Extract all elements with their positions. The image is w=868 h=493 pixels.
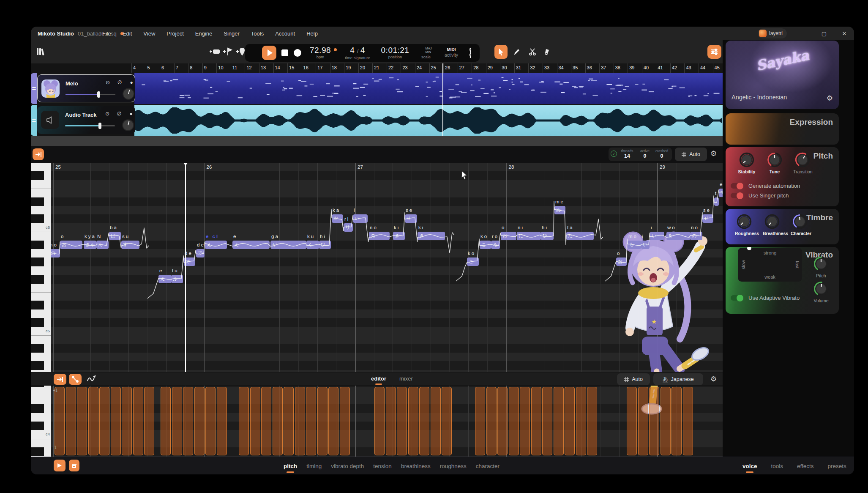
menu-view[interactable]: View: [143, 30, 155, 37]
ruler-bar-number[interactable]: 40: [644, 65, 649, 70]
param-bar[interactable]: [475, 387, 485, 455]
grid-row[interactable]: [51, 189, 723, 197]
piano-key-black[interactable]: [31, 197, 44, 206]
param-bar[interactable]: [587, 387, 597, 455]
ruler-bar-number[interactable]: 15: [289, 65, 294, 70]
param-bar[interactable]: [638, 387, 648, 455]
ruler-bar-number[interactable]: 6: [161, 65, 164, 70]
param-bar[interactable]: [239, 387, 249, 455]
ruler-bar-number[interactable]: 27: [459, 65, 464, 70]
grid-row[interactable]: [51, 223, 723, 232]
ruler-bar-number[interactable]: 13: [261, 65, 266, 70]
param-bar[interactable]: [328, 387, 338, 455]
singer-settings-gear-icon[interactable]: ⚙: [827, 94, 833, 102]
ruler-bar-number[interactable]: 7: [176, 65, 178, 70]
ruler-bar-number[interactable]: 9: [204, 65, 207, 70]
singer-card[interactable]: Sayaka Angelic - Indonesian ⚙: [726, 41, 839, 109]
tab-roughness[interactable]: roughness: [440, 463, 467, 469]
ruler-bar-number[interactable]: 31: [516, 65, 521, 70]
piano-note[interactable]: こ: [480, 241, 491, 249]
param-bar[interactable]: [122, 387, 132, 455]
ruler-bar-number[interactable]: 22: [388, 65, 393, 70]
grid-row[interactable]: [51, 309, 723, 318]
menu-file[interactable]: File: [102, 30, 111, 37]
ruler-bar-number[interactable]: 24: [417, 65, 422, 70]
melo-volume-slider[interactable]: [66, 94, 115, 95]
knob-character[interactable]: Character: [791, 213, 809, 236]
ruler-bar-number[interactable]: 45: [715, 65, 720, 70]
param-bar[interactable]: [565, 387, 575, 455]
param-bar[interactable]: [661, 387, 671, 455]
piano-note[interactable]: こ: [467, 257, 479, 266]
adaptive-vibrato-toggle[interactable]: [731, 295, 743, 301]
knob-pitch[interactable]: Pitch: [812, 255, 830, 278]
piano-note[interactable]: [714, 197, 719, 206]
ruler-bar-number[interactable]: 36: [587, 65, 592, 70]
piano-key-black[interactable]: [31, 241, 44, 249]
ruler-bar-number[interactable]: 38: [615, 65, 620, 70]
melo-mute-icon[interactable]: ∅: [116, 79, 123, 85]
piano-note[interactable]: ろ: [491, 241, 500, 249]
ruler-bar-number[interactable]: 4: [133, 65, 136, 70]
pencil-tool-button[interactable]: [510, 45, 523, 59]
param-bar[interactable]: [554, 387, 564, 455]
ruler-bar-number[interactable]: 5: [147, 65, 150, 70]
audio-track-drag-handle[interactable]: [31, 105, 37, 136]
snap-button[interactable]: [33, 148, 44, 160]
add-track-icon[interactable]: [208, 45, 221, 58]
piano-key-black[interactable]: [31, 344, 44, 352]
ruler-bar-number[interactable]: 14: [275, 65, 280, 70]
knob-volume[interactable]: Volume: [812, 280, 830, 303]
vibrato-xy-pad[interactable]: strong weak slow fast: [738, 248, 802, 282]
ruler-bar-number[interactable]: 21: [374, 65, 379, 70]
piano-key-black[interactable]: [31, 275, 44, 283]
ruler-bar-number[interactable]: 20: [360, 65, 365, 70]
piano-note[interactable]: に: [517, 232, 541, 240]
piano-key-black[interactable]: [31, 301, 44, 309]
param-bar[interactable]: [419, 387, 429, 455]
vibrato-pad-handle[interactable]: [747, 247, 751, 250]
param-bar[interactable]: [442, 387, 452, 455]
use-singer-pitch-toggle[interactable]: [731, 193, 743, 198]
param-bar[interactable]: [144, 387, 154, 455]
piano-note[interactable]: き: [418, 232, 445, 240]
tab-vibrato-depth[interactable]: vibrato depth: [331, 463, 364, 469]
tab-editor[interactable]: editor: [371, 375, 386, 382]
scissors-tool-button[interactable]: [526, 45, 539, 59]
tab-timing[interactable]: timing: [306, 463, 322, 469]
param-bar[interactable]: [111, 387, 121, 455]
piano-note[interactable]: き: [393, 232, 405, 240]
grid-row[interactable]: [51, 163, 723, 171]
bpm-tap-dot[interactable]: [334, 48, 337, 51]
time-signature-display[interactable]: 4 / 4 time signature: [341, 46, 374, 60]
param-reset-button[interactable]: [69, 460, 79, 471]
piano-roll-settings-gear-icon[interactable]: ⚙: [710, 149, 717, 158]
melo-track-drag-handle[interactable]: [31, 73, 37, 104]
param-bar[interactable]: [273, 387, 283, 455]
grid-row[interactable]: [51, 292, 723, 301]
menu-edit[interactable]: Edit: [123, 30, 132, 37]
ruler-bar-number[interactable]: 11: [232, 65, 237, 70]
maximize-button[interactable]: ▢: [817, 27, 831, 40]
grid-row[interactable]: [51, 180, 723, 189]
param-bar[interactable]: [649, 387, 659, 455]
ruler-bar-number[interactable]: 10: [218, 65, 223, 70]
melo-record-arm-icon[interactable]: ⊙: [104, 79, 111, 85]
param-bar[interactable]: [133, 387, 143, 455]
knob-breathiness[interactable]: Breathiness: [763, 213, 781, 236]
playhead-marker[interactable]: [183, 163, 188, 166]
tab-voice[interactable]: voice: [742, 463, 757, 469]
ruler-bar-number[interactable]: 12: [246, 65, 251, 70]
piano-note[interactable]: せ: [702, 214, 713, 223]
expression-section[interactable]: Expression: [726, 113, 839, 145]
piano-note[interactable]: お: [60, 241, 82, 249]
grid-row[interactable]: [51, 266, 723, 275]
piano-note[interactable]: ひ: [541, 232, 554, 240]
grid-row[interactable]: [51, 171, 723, 180]
menu-project[interactable]: Project: [167, 30, 183, 37]
panel-toggle-button[interactable]: [707, 45, 721, 59]
param-bar[interactable]: [77, 387, 87, 455]
ruler-bar-number[interactable]: 29: [488, 65, 493, 70]
eraser-tool-button[interactable]: [540, 45, 554, 59]
ruler-bar-number[interactable]: 8: [190, 65, 192, 70]
